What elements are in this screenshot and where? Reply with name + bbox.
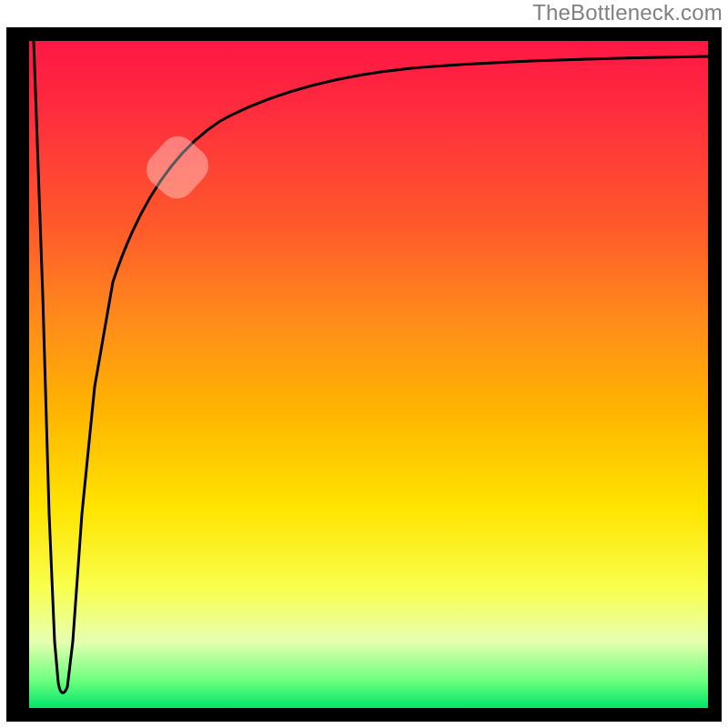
plot-outer-box: [6, 27, 722, 722]
curve-path: [34, 41, 708, 693]
plot-area: [29, 41, 708, 708]
bottleneck-curve: [29, 41, 708, 708]
watermark-text: TheBottleneck.com: [532, 0, 723, 25]
chart-frame: TheBottleneck.com: [0, 0, 728, 728]
